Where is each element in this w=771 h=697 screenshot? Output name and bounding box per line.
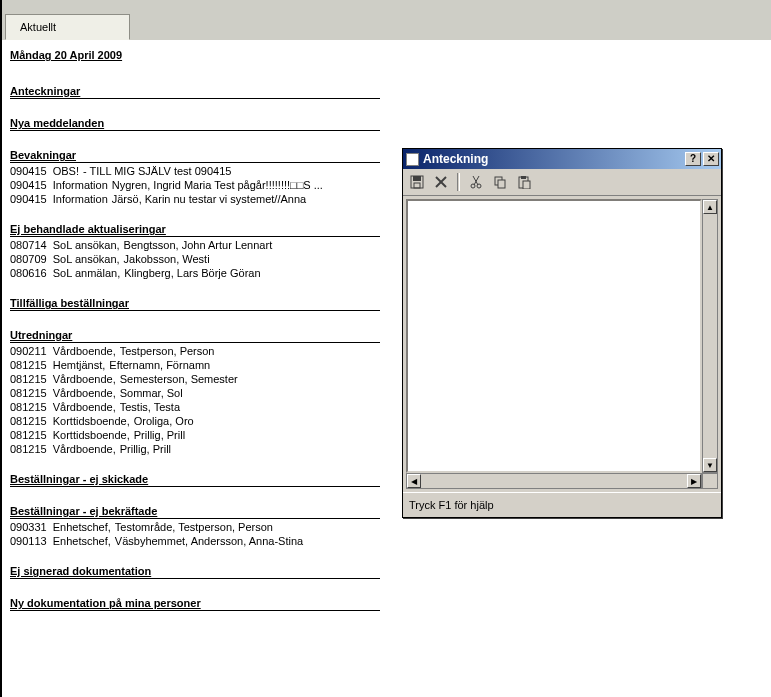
list-item[interactable]: 090113Enhetschef,Väsbyhemmet, Andersson,… (10, 535, 390, 547)
section-best-ej-bekraftade: Beställningar - ej bekräftade (10, 505, 380, 519)
list-item[interactable]: 090211Vårdboende,Testperson, Person (10, 345, 390, 357)
list-item[interactable]: 081215Vårdboende,Semesterson, Semester (10, 373, 390, 385)
list-item[interactable]: 080709SoL ansökan,Jakobsson, Westi (10, 253, 390, 265)
list-item[interactable]: 081215Vårdboende,Testis, Testa (10, 401, 390, 413)
note-textarea[interactable] (406, 199, 702, 473)
vertical-scrollbar[interactable]: ▲ ▼ (702, 199, 718, 473)
list-item[interactable]: 080714SoL ansökan,Bengtsson, John Artur … (10, 239, 390, 251)
scroll-corner (702, 473, 718, 489)
status-text: Tryck F1 för hjälp (409, 499, 494, 511)
page-date: Måndag 20 April 2009 (10, 49, 390, 61)
tab-bar: Aktuellt (2, 0, 771, 41)
copy-icon[interactable] (490, 172, 510, 192)
scroll-right-icon[interactable]: ▶ (687, 474, 701, 488)
svg-point-8 (477, 184, 481, 188)
list-item[interactable]: 090415InformationJärsö, Karin nu testar … (10, 193, 390, 205)
section-ej-behandlade: Ej behandlade aktualiseringar (10, 223, 380, 237)
svg-rect-12 (521, 176, 526, 179)
section-best-ej-skickade: Beställningar - ej skickade (10, 473, 380, 487)
dialog-statusbar: Tryck F1 för hjälp (403, 492, 721, 517)
scroll-down-icon[interactable]: ▼ (703, 458, 717, 472)
section-anteckningar: Anteckningar (10, 85, 380, 99)
app-window: Aktuellt Måndag 20 April 2009 Anteckning… (0, 0, 771, 697)
list-item[interactable]: 090415OBS!- TILL MIG SJÄLV test 090415 (10, 165, 390, 177)
save-icon[interactable] (407, 172, 427, 192)
list-item[interactable]: 081215Hemtjänst,Efternamn, Förnamn (10, 359, 390, 371)
svg-rect-13 (523, 181, 530, 189)
cut-icon[interactable] (466, 172, 486, 192)
section-utredningar: Utredningar (10, 329, 380, 343)
svg-point-7 (471, 184, 475, 188)
toolbar-separator (457, 173, 460, 191)
list-item[interactable]: 090415InformationNygren, Ingrid Maria Te… (10, 179, 390, 191)
section-ny-dok: Ny dokumentation på mina personer (10, 597, 380, 611)
close-button[interactable]: ✕ (703, 152, 719, 166)
dialog-title: Anteckning (423, 152, 683, 166)
tab-aktuellt[interactable]: Aktuellt (5, 14, 130, 40)
list-item[interactable]: 081215Vårdboende,Sommar, Sol (10, 387, 390, 399)
section-nya-meddelanden: Nya meddelanden (10, 117, 380, 131)
svg-rect-2 (414, 183, 420, 188)
scroll-left-icon[interactable]: ◀ (407, 474, 421, 488)
delete-icon[interactable] (431, 172, 451, 192)
list-item[interactable]: 080616SoL anmälan,Klingberg, Lars Börje … (10, 267, 390, 279)
help-button[interactable]: ? (685, 152, 701, 166)
list-item[interactable]: 081215Korttidsboende,Oroliga, Oro (10, 415, 390, 427)
list-item[interactable]: 090331Enhetschef,Testområde, Testperson,… (10, 521, 390, 533)
scroll-up-icon[interactable]: ▲ (703, 200, 717, 214)
note-icon (406, 153, 419, 166)
section-tillfalliga: Tillfälliga beställningar (10, 297, 380, 311)
dialog-toolbar (403, 169, 721, 196)
list-item[interactable]: 081215Vårdboende,Prillig, Prill (10, 443, 390, 455)
section-ej-signerad: Ej signerad dokumentation (10, 565, 380, 579)
horizontal-scrollbar[interactable]: ◀ ▶ (406, 473, 702, 489)
anteckning-dialog: Anteckning ? ✕ ▲ (402, 148, 722, 518)
paste-icon[interactable] (514, 172, 534, 192)
svg-rect-1 (413, 176, 421, 181)
svg-rect-10 (498, 180, 505, 188)
dialog-titlebar[interactable]: Anteckning ? ✕ (403, 149, 721, 169)
list-item[interactable]: 081215Korttidsboende,Prillig, Prill (10, 429, 390, 441)
editor-area: ▲ ▼ ◀ ▶ (406, 199, 718, 489)
section-bevakningar: Bevakningar (10, 149, 380, 163)
